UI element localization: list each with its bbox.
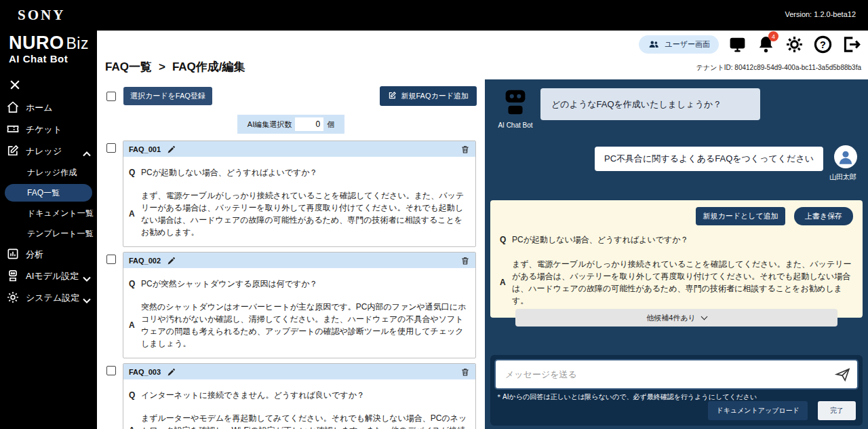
- send-icon: [834, 375, 851, 385]
- faq-card: FAQ_001 Q P: [123, 141, 476, 247]
- settings-button[interactable]: [785, 35, 804, 54]
- faq-question-text: インターネットに接続できません。どうすれば良いですか？: [141, 389, 365, 401]
- register-selected-button[interactable]: 選択カードをFAQ登録: [123, 87, 212, 105]
- sidebar-subitem-label: ドキュメント一覧: [27, 208, 94, 219]
- suggestion-answer-text: まず、電源ケーブルがしっかり接続されていることを確認してください。また、バッテリ…: [512, 258, 853, 307]
- ai-suggestion-card: 新規カードとして追加 上書き保存 Q PCが起動しない場合、どうすればよいですか…: [490, 200, 863, 318]
- faq-question-text: PCが起動しない場合、どうすればよいですか？: [141, 166, 318, 179]
- sidebar-item-faq-list[interactable]: FAQ一覧: [5, 184, 92, 202]
- sidebar-item-knowledge[interactable]: ナレッジ: [0, 141, 97, 162]
- main-header: FAQ一覧 > FAQ作成/編集 ユーザー画面: [97, 31, 868, 79]
- bot-message-bubble: どのようなFAQを作成いたしましょうか？: [540, 88, 760, 120]
- message-input[interactable]: [496, 360, 857, 388]
- logo-main-text: NURO: [9, 33, 64, 53]
- faq-row: FAQ_002 Q P: [123, 252, 476, 358]
- edit-pencil-icon[interactable]: [167, 145, 176, 153]
- bot-message-text: どのようなFAQを作成いたしましょうか？: [551, 98, 722, 111]
- home-icon: [6, 100, 20, 116]
- sidebar-item-document-list[interactable]: ドキュメント一覧: [0, 203, 97, 223]
- robot-icon: [6, 269, 20, 284]
- bot-name-label: AI Chat Bot: [493, 122, 538, 129]
- logout-button[interactable]: [842, 35, 861, 54]
- sidebar-item-system-settings[interactable]: システム設定: [0, 287, 97, 309]
- faq-card-list: FAQ_001 Q P: [123, 141, 476, 429]
- user-message-bubble: PC不具合に関するよくあるFAQをつくってください: [595, 147, 823, 171]
- faq-answer-text: 突然のシャットダウンはオーバーヒートが主な原因です。PC内部のファンや通気口にホ…: [141, 301, 469, 350]
- monitor-icon: [728, 45, 747, 56]
- chat-input-area: ＊AIからの回答は正しいとは限らないので、必ず最終確認を行うようにしてください …: [490, 355, 863, 426]
- trash-icon[interactable]: [460, 256, 470, 265]
- users-icon: [648, 38, 660, 52]
- sidebar-item-ticket[interactable]: チケット: [0, 119, 97, 141]
- message-input-wrap: [496, 360, 857, 388]
- trash-icon[interactable]: [460, 367, 470, 377]
- select-all-checkbox[interactable]: [106, 92, 116, 101]
- add-faq-card-button[interactable]: 新規FAQカード追加: [380, 86, 477, 106]
- faq-card-checkbox[interactable]: [106, 366, 116, 375]
- header-icon-row: ユーザー画面 4: [639, 35, 861, 54]
- faq-card-checkbox[interactable]: [106, 255, 116, 264]
- send-button[interactable]: [834, 366, 851, 383]
- person-icon: [837, 145, 854, 168]
- more-candidates-label: 他候補4件あり: [646, 313, 696, 323]
- logo-suffix-text: Biz: [66, 35, 89, 52]
- a-label: A: [129, 319, 136, 331]
- q-label: Q: [129, 278, 136, 290]
- breadcrumb-current[interactable]: FAQ一覧: [105, 59, 152, 75]
- ai-chat-panel: AI Chat Bot どのようなFAQを作成いたしましょうか？ PC不具合に関…: [485, 79, 868, 429]
- a-label: A: [129, 208, 136, 220]
- faq-card-checkbox[interactable]: [106, 143, 116, 153]
- tenant-id-label: テナントID: 80412c89-54d9-400a-bc11-3a5d5b88…: [696, 63, 861, 73]
- chat-footer-buttons: ドキュメントアップロード 完了: [708, 401, 856, 420]
- user-screen-button[interactable]: ユーザー画面: [639, 35, 719, 54]
- breadcrumb-page: FAQ作成/編集: [172, 59, 245, 75]
- sidebar-subitem-label: FAQ一覧: [27, 187, 60, 199]
- robot-avatar-icon: [500, 108, 531, 119]
- sidebar-item-label: ナレッジ: [26, 145, 62, 157]
- faq-controls-row: 選択カードをFAQ登録 新規FAQカード追加: [106, 86, 477, 106]
- sidebar-item-knowledge-create[interactable]: ナレッジ作成: [0, 162, 97, 183]
- overwrite-save-button[interactable]: 上書き保存: [794, 207, 853, 225]
- help-button[interactable]: ?: [813, 35, 833, 54]
- add-faq-card-label: 新規FAQカード追加: [401, 91, 469, 101]
- sidebar-item-analytics[interactable]: 分析: [0, 244, 97, 265]
- faq-card-header: FAQ_003: [123, 364, 475, 379]
- faq-card-body: Q PCが起動しない場合、どうすればよいですか？ A まず、電源ケーブルがしっか…: [123, 157, 475, 246]
- monitor-button[interactable]: [728, 35, 747, 54]
- done-button[interactable]: 完了: [818, 401, 856, 420]
- faq-card-id: FAQ_002: [129, 257, 161, 265]
- document-upload-button[interactable]: ドキュメントアップロード: [708, 401, 808, 420]
- close-icon: [8, 82, 22, 94]
- ai-edit-counter: AI編集選択数 個: [237, 115, 344, 134]
- trash-icon[interactable]: [460, 145, 470, 154]
- edit-pencil-icon[interactable]: [167, 367, 176, 376]
- add-as-new-card-button[interactable]: 新規カードとして追加: [696, 207, 785, 225]
- sidebar-item-label: AIモデル設定: [26, 270, 79, 282]
- sidebar-item-template-list[interactable]: テンプレート一覧: [0, 223, 97, 244]
- q-label: Q: [129, 166, 136, 179]
- sidebar-nav: ホーム チケット ナレッジ ナレッジ作成 FAQ: [0, 97, 97, 309]
- user-message-text: PC不具合に関するよくあるFAQをつくってください: [604, 153, 814, 164]
- logout-icon: [842, 45, 861, 56]
- sidebar-close-button[interactable]: [8, 78, 23, 93]
- faq-card: FAQ_002 Q P: [123, 252, 476, 358]
- breadcrumb-separator: >: [159, 60, 165, 74]
- faq-card-body: Q インターネットに接続できません。どうすれば良いですか？ A まずルーターやモ…: [123, 379, 475, 429]
- sidebar-item-label: 分析: [26, 248, 43, 261]
- more-candidates-expander[interactable]: 他候補4件あり: [515, 309, 837, 327]
- chevron-down-icon: [80, 294, 89, 303]
- version-label: Version: 1.2.0-beta12: [785, 10, 856, 18]
- q-label: Q: [500, 234, 507, 246]
- sidebar-item-home[interactable]: ホーム: [0, 97, 97, 119]
- bell-icon: [756, 45, 776, 56]
- sidebar-item-ai-model-settings[interactable]: AIモデル設定: [0, 265, 97, 287]
- breadcrumb: FAQ一覧 > FAQ作成/編集: [105, 59, 245, 75]
- gear-icon: [6, 291, 20, 306]
- suggestion-buttons-row: 新規カードとして追加 上書き保存: [500, 207, 853, 225]
- notification-badge: 4: [768, 31, 778, 41]
- edit-icon: [388, 91, 397, 101]
- cog-icon: [785, 45, 804, 56]
- ai-counter-input[interactable]: [295, 117, 323, 131]
- notifications-button[interactable]: 4: [756, 35, 776, 54]
- edit-pencil-icon[interactable]: [167, 256, 176, 265]
